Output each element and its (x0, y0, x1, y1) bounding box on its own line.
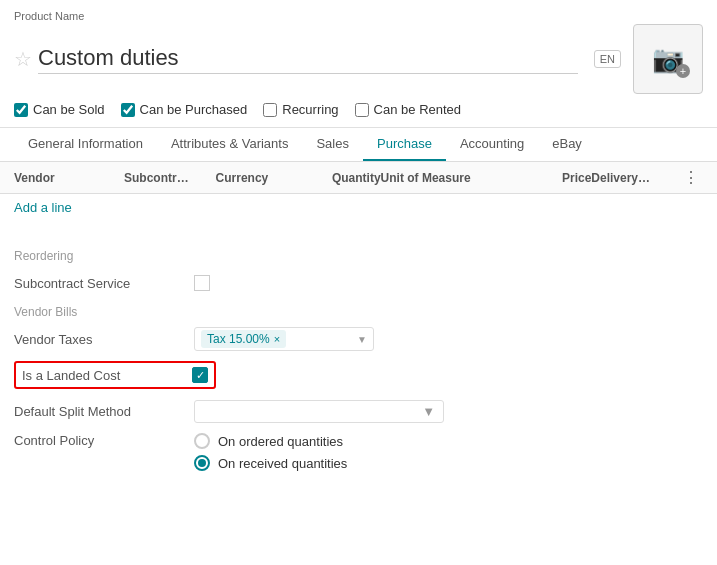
col-header-menu: ⋮ (683, 168, 703, 187)
col-header-uom: Unit of Measure (381, 171, 518, 185)
add-image-icon: + (676, 64, 690, 78)
is-landed-cost-label: Is a Landed Cost (22, 368, 192, 383)
col-header-delivery: Delivery… (591, 171, 683, 185)
tab-sales[interactable]: Sales (302, 128, 363, 161)
subcontract-service-row: Subcontract Service (14, 269, 703, 297)
control-policy-label: Control Policy (14, 433, 194, 448)
radio-received-inner (198, 459, 206, 467)
form-section: Reordering Subcontract Service Vendor Bi… (0, 221, 717, 471)
vendor-table-header: Vendor Subcontr… Currency Quantity Unit … (0, 162, 717, 194)
default-split-method-dropdown[interactable]: ▼ (194, 400, 444, 423)
vendor-taxes-label: Vendor Taxes (14, 332, 194, 347)
tab-accounting[interactable]: Accounting (446, 128, 538, 161)
col-header-currency: Currency (216, 171, 308, 185)
add-line-button[interactable]: Add a line (0, 194, 86, 221)
subcontract-service-label: Subcontract Service (14, 276, 194, 291)
tax-tag-close[interactable]: × (274, 333, 280, 345)
is-landed-cost-row: Is a Landed Cost ✓ (14, 361, 216, 389)
reordering-section-label: Reordering (14, 249, 703, 263)
product-name-row: ☆ Custom duties EN 📷 + (14, 24, 703, 94)
tabs-row: General Information Attributes & Variant… (0, 128, 717, 162)
tab-general-information[interactable]: General Information (14, 128, 157, 161)
subcontract-service-checkbox[interactable] (194, 275, 210, 291)
product-image[interactable]: 📷 + (633, 24, 703, 94)
subcontract-service-value (194, 275, 703, 291)
tab-purchase[interactable]: Purchase (363, 128, 446, 161)
header-section: Product Name ☆ Custom duties EN 📷 + Can … (0, 0, 717, 128)
can-be-purchased-checkbox[interactable]: Can be Purchased (121, 102, 248, 117)
can-be-sold-checkbox[interactable]: Can be Sold (14, 102, 105, 117)
default-split-method-value: ▼ (194, 400, 703, 423)
split-dropdown-arrow: ▼ (422, 404, 435, 419)
vendor-taxes-value: Tax 15.00% × ▼ (194, 327, 703, 351)
vendor-bills-section-label: Vendor Bills (14, 305, 703, 319)
control-policy-radio-group: On ordered quantities On received quanti… (194, 433, 347, 471)
can-be-rented-checkbox[interactable]: Can be Rented (355, 102, 461, 117)
col-header-subcontr: Subcontr… (124, 171, 216, 185)
tab-attributes-variants[interactable]: Attributes & Variants (157, 128, 303, 161)
favorite-icon[interactable]: ☆ (14, 47, 32, 71)
col-header-quantity: Quantity (307, 171, 380, 185)
product-title[interactable]: Custom duties (38, 45, 578, 74)
product-name-left: ☆ Custom duties EN (14, 45, 621, 74)
col-header-vendor: Vendor (14, 171, 124, 185)
col-header-price: Price (518, 171, 591, 185)
recurring-checkbox[interactable]: Recurring (263, 102, 338, 117)
vendor-taxes-row: Vendor Taxes Tax 15.00% × ▼ (14, 325, 703, 353)
default-split-method-row: Default Split Method ▼ (14, 397, 703, 425)
control-policy-row: Control Policy On ordered quantities On … (14, 433, 703, 471)
control-policy-value: On ordered quantities On received quanti… (194, 433, 703, 471)
checkboxes-row: Can be Sold Can be Purchased Recurring C… (14, 94, 703, 121)
product-name-label: Product Name (14, 10, 703, 22)
radio-received-outer (194, 455, 210, 471)
tax-tag: Tax 15.00% × (201, 330, 286, 348)
radio-on-ordered[interactable]: On ordered quantities (194, 433, 347, 449)
radio-on-received[interactable]: On received quantities (194, 455, 347, 471)
language-badge[interactable]: EN (594, 50, 621, 68)
vendor-taxes-dropdown-arrow: ▼ (357, 334, 367, 345)
radio-ordered-outer (194, 433, 210, 449)
default-split-method-label: Default Split Method (14, 404, 194, 419)
vendor-taxes-input[interactable]: Tax 15.00% × ▼ (194, 327, 374, 351)
tab-ebay[interactable]: eBay (538, 128, 596, 161)
is-landed-cost-checkbox[interactable]: ✓ (192, 367, 208, 383)
